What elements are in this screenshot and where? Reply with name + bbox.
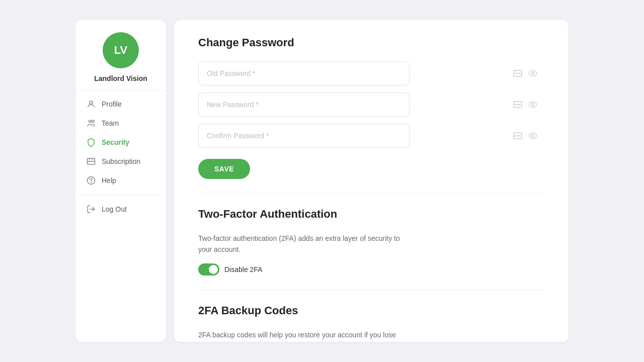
save-button[interactable]: SAVE bbox=[198, 159, 250, 179]
new-password-icons bbox=[512, 100, 538, 109]
sidebar-divider-top bbox=[75, 90, 166, 91]
two-fa-section: Two-Factor Authentication Two-factor aut… bbox=[198, 208, 544, 276]
sidebar-item-help[interactable]: Help bbox=[79, 171, 162, 190]
old-password-manager-icon[interactable] bbox=[512, 69, 523, 78]
sidebar-item-logout[interactable]: Log Out bbox=[79, 200, 162, 218]
avatar-initials: LV bbox=[114, 44, 127, 57]
sidebar-item-label-subscription: Subscription bbox=[102, 157, 140, 165]
confirm-password-row bbox=[198, 124, 544, 148]
old-password-input[interactable] bbox=[198, 61, 410, 85]
sidebar-item-security[interactable]: Security bbox=[79, 133, 162, 151]
old-password-visibility-icon[interactable] bbox=[527, 69, 538, 78]
new-password-manager-icon[interactable] bbox=[512, 100, 523, 109]
sidebar-item-label-logout: Log Out bbox=[102, 205, 127, 213]
svg-point-16 bbox=[519, 104, 521, 106]
sidebar-item-label-security: Security bbox=[102, 138, 129, 146]
two-fa-description: Two-factor authentication (2FA) adds an … bbox=[198, 233, 410, 255]
section-divider-1 bbox=[198, 193, 544, 194]
svg-point-18 bbox=[532, 104, 534, 106]
subscription-icon bbox=[86, 157, 97, 166]
user-name: Landlord Vision bbox=[94, 74, 147, 82]
svg-point-15 bbox=[517, 104, 519, 106]
old-password-row bbox=[198, 61, 544, 85]
svg-point-5 bbox=[91, 182, 92, 183]
confirm-password-visibility-icon[interactable] bbox=[527, 131, 538, 140]
svg-point-12 bbox=[532, 72, 534, 75]
svg-point-0 bbox=[90, 101, 93, 104]
backup-codes-description: 2FA backup codes will help you restore y… bbox=[198, 329, 410, 342]
change-password-title: Change Password bbox=[198, 36, 544, 49]
sidebar-item-profile[interactable]: Profile bbox=[79, 95, 162, 113]
security-icon bbox=[86, 138, 97, 147]
backup-codes-section: 2FA Backup Codes 2FA backup codes will h… bbox=[198, 304, 544, 342]
logout-icon bbox=[86, 205, 97, 214]
sidebar-item-label-help: Help bbox=[102, 176, 116, 185]
confirm-password-input[interactable] bbox=[198, 124, 410, 148]
main-content: Change Password bbox=[174, 20, 569, 342]
nav-divider bbox=[79, 195, 162, 195]
svg-point-14 bbox=[515, 104, 517, 106]
two-fa-title: Two-Factor Authentication bbox=[198, 208, 544, 221]
change-password-section: Change Password bbox=[198, 36, 544, 179]
svg-point-23 bbox=[529, 133, 537, 139]
svg-point-8 bbox=[515, 73, 517, 74]
two-fa-slider bbox=[198, 263, 219, 276]
svg-point-10 bbox=[519, 73, 521, 74]
two-fa-toggle-label: Disable 2FA bbox=[224, 265, 262, 274]
two-fa-toggle-row: Disable 2FA bbox=[198, 263, 544, 276]
new-password-input[interactable] bbox=[198, 93, 410, 117]
sidebar-item-label-team: Team bbox=[102, 119, 119, 127]
svg-point-20 bbox=[515, 135, 517, 137]
backup-codes-title: 2FA Backup Codes bbox=[198, 304, 544, 317]
new-password-row bbox=[198, 93, 544, 117]
app-container: LV Landlord Vision Profile Team bbox=[75, 20, 569, 342]
old-password-icons bbox=[512, 69, 538, 78]
two-fa-toggle[interactable] bbox=[198, 263, 219, 276]
svg-point-21 bbox=[517, 135, 519, 137]
team-icon bbox=[86, 119, 97, 128]
sidebar-item-subscription[interactable]: Subscription bbox=[79, 152, 162, 170]
sidebar-item-label-profile: Profile bbox=[102, 100, 122, 108]
nav-list: Profile Team Security bbox=[75, 95, 166, 218]
svg-point-24 bbox=[532, 135, 534, 137]
help-icon bbox=[86, 176, 97, 185]
svg-point-17 bbox=[529, 102, 537, 108]
svg-point-2 bbox=[92, 120, 95, 123]
sidebar: LV Landlord Vision Profile Team bbox=[75, 20, 166, 342]
section-divider-2 bbox=[198, 290, 544, 290]
svg-point-9 bbox=[517, 73, 519, 74]
sidebar-item-team[interactable]: Team bbox=[79, 114, 162, 132]
confirm-password-manager-icon[interactable] bbox=[512, 131, 523, 140]
confirm-password-icons bbox=[512, 131, 538, 140]
svg-point-1 bbox=[89, 120, 92, 123]
svg-point-11 bbox=[529, 71, 537, 76]
profile-icon bbox=[86, 100, 97, 109]
svg-point-22 bbox=[519, 135, 521, 137]
new-password-visibility-icon[interactable] bbox=[527, 100, 538, 109]
avatar: LV bbox=[103, 32, 139, 68]
screen: LV Landlord Vision Profile Team bbox=[0, 0, 644, 362]
